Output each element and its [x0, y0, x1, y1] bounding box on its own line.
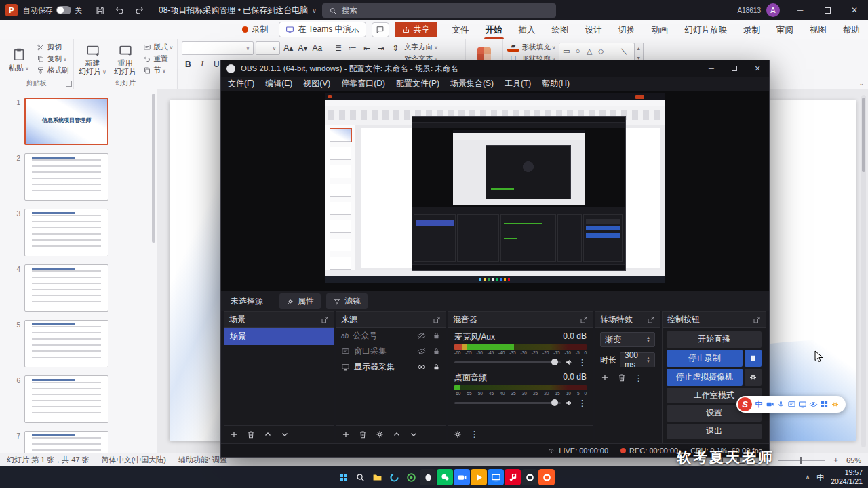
obs-menu-item[interactable]: 停靠窗口(D) [341, 78, 385, 89]
eye-icon[interactable] [808, 399, 818, 411]
minimize-button[interactable]: ─ [787, 0, 814, 20]
layout-button[interactable]: 版式 [143, 43, 174, 52]
ribbon-tab[interactable]: 开始 [477, 20, 511, 39]
obs-maximize-button[interactable] [723, 60, 746, 77]
edge-browser[interactable] [386, 469, 402, 485]
increase-indent-icon[interactable]: ⇥ [375, 41, 387, 54]
popout-icon[interactable] [433, 316, 441, 324]
ribbon-tab[interactable]: 文件 [444, 20, 477, 39]
obs-menu-item[interactable]: 编辑(E) [265, 78, 292, 89]
shape-icon[interactable]: — [607, 44, 618, 58]
ribbon-tab[interactable]: 动画 [644, 20, 677, 39]
lock-icon[interactable] [432, 363, 441, 371]
text-direction-button[interactable]: 文字方向 [404, 43, 461, 52]
document-title[interactable]: 08-项目招标采购管理 • 已保存到这台电脑 [159, 5, 317, 16]
format-painter-button[interactable]: 格式刷 [37, 66, 69, 75]
popout-icon[interactable] [647, 316, 655, 324]
increase-font-icon[interactable]: A▴ [282, 42, 294, 55]
popout-icon[interactable] [753, 316, 761, 324]
shape-fill-button[interactable]: ▰形状填充 [507, 43, 556, 52]
virtual-camera-config-button[interactable] [745, 369, 762, 386]
obs-menu-item[interactable]: 帮助(H) [542, 78, 570, 89]
duration-spinbox[interactable]: 300 ms ▲▼ [620, 352, 655, 367]
scene-list-item[interactable]: 场景 [224, 328, 334, 345]
ribbon-tab[interactable]: 视图 [802, 20, 835, 39]
shape-icon[interactable]: ＼ [618, 44, 630, 58]
line-spacing-icon[interactable]: ⇕ [389, 41, 401, 54]
exit-button[interactable]: 退出 [667, 424, 762, 440]
shape-icon[interactable]: ○ [572, 44, 584, 58]
add-source-icon[interactable] [341, 430, 351, 439]
transition-type-select[interactable]: 渐变 ▲▼ [600, 332, 655, 347]
share-button[interactable]: 共享 [395, 22, 437, 37]
ribbon-tab[interactable]: 录制 [735, 20, 768, 39]
record-button[interactable]: 录制 [237, 22, 273, 37]
remove-source-icon[interactable] [358, 430, 368, 439]
visibility-eye-icon[interactable] [417, 331, 426, 340]
avatar[interactable]: A [766, 3, 780, 17]
section-button[interactable]: 节 [143, 66, 174, 75]
obs-preview-capture[interactable] [326, 93, 665, 283]
move-scene-up-icon[interactable] [263, 430, 273, 439]
settings-icon[interactable] [829, 399, 840, 411]
popout-icon[interactable] [580, 316, 588, 324]
canvas-scrollbar[interactable] [861, 95, 866, 447]
ribbon-tab[interactable]: 审阅 [768, 20, 802, 39]
ribbon-tab[interactable]: 设计 [577, 20, 610, 39]
cctalk[interactable] [538, 469, 555, 485]
slide-thumbnail[interactable]: 6 [12, 375, 150, 423]
volume-slider-knob[interactable] [551, 399, 558, 406]
obs-menu-item[interactable]: 配置文件(P) [396, 78, 439, 89]
zoom-in-icon[interactable]: ＋ [832, 455, 840, 465]
pause-recording-button[interactable] [745, 350, 762, 367]
ime-indicator[interactable]: 中 [816, 472, 824, 483]
obs-menu-item[interactable]: 工具(T) [505, 78, 531, 89]
visibility-eye-icon[interactable] [417, 347, 426, 356]
new-slide-button[interactable]: 新建幻灯片 [78, 41, 108, 78]
tray-expand-icon[interactable]: ∧ [806, 474, 810, 481]
paste-button[interactable]: 粘贴 [4, 41, 34, 78]
lock-icon[interactable] [432, 331, 441, 340]
change-case-icon[interactable]: Aa [311, 42, 323, 55]
mixer-options-icon[interactable]: ⋮ [470, 430, 479, 439]
tencent-video[interactable] [488, 469, 504, 485]
obs-studio[interactable] [521, 469, 538, 485]
slide-thumbnail[interactable]: 3 [12, 209, 150, 256]
ribbon-tab[interactable]: 绘图 [544, 20, 577, 39]
potplayer[interactable] [471, 469, 487, 485]
italic-button[interactable]: I [196, 58, 208, 70]
popout-icon[interactable] [321, 316, 329, 324]
ribbon-tab[interactable]: 幻灯片放映 [677, 20, 736, 39]
close-button[interactable]: ✕ [841, 0, 868, 20]
tencent-meeting[interactable] [454, 469, 470, 485]
search-input[interactable]: 搜索 [322, 3, 556, 18]
channel-options-icon[interactable]: ⋮ [578, 399, 587, 407]
netease-music[interactable] [505, 469, 521, 485]
stop-recording-button[interactable]: 停止录制 [667, 350, 743, 367]
obs-minimize-button[interactable]: ─ [700, 60, 723, 77]
source-list-item[interactable]: 窗口采集 [336, 344, 446, 359]
maximize-button[interactable] [814, 0, 841, 20]
speaker-icon[interactable] [565, 358, 574, 367]
dialog-launcher-icon[interactable] [66, 81, 72, 87]
font-name-combobox[interactable]: ∨ [182, 41, 254, 55]
decrease-font-icon[interactable]: A▾ [296, 42, 309, 55]
filters-button[interactable]: 滤镜 [326, 293, 368, 309]
remove-transition-icon[interactable] [617, 373, 627, 382]
volume-slider[interactable] [454, 361, 561, 363]
qq[interactable] [420, 469, 436, 485]
redo-icon[interactable] [134, 5, 144, 16]
file-explorer[interactable] [369, 469, 385, 485]
autosave-toggle[interactable]: 自动保存 关 [23, 5, 82, 16]
toolbar-logo-icon[interactable]: S [738, 397, 752, 411]
visibility-eye-icon[interactable] [417, 363, 426, 371]
taskbar-clock[interactable]: 19:57 2024/1/21 [831, 468, 863, 486]
cut-button[interactable]: 剪切 [37, 43, 69, 52]
obs-menu-item[interactable]: 视图(V) [303, 78, 330, 89]
decrease-indent-icon[interactable]: ⇤ [361, 41, 373, 54]
search-button[interactable] [352, 469, 368, 485]
reset-button[interactable]: 重置 [143, 54, 174, 64]
add-transition-icon[interactable] [600, 373, 610, 382]
speaker-icon[interactable] [565, 399, 574, 407]
numbering-icon[interactable]: ≔ [347, 41, 359, 54]
